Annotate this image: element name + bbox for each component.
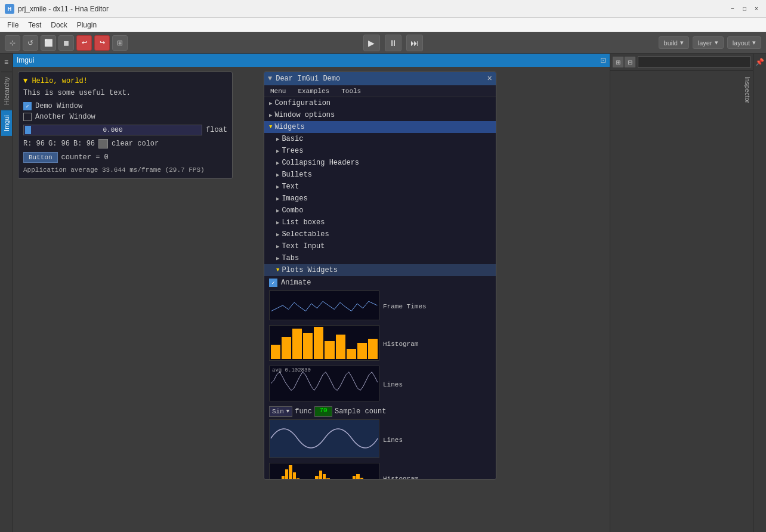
item-images[interactable]: ▶ Images xyxy=(264,193,496,205)
sidebar-menu-icon[interactable]: ≡ xyxy=(1,56,13,68)
listboxes-label: List boxes xyxy=(282,218,325,227)
hist-bar xyxy=(323,474,326,479)
inspector-search-input[interactable] xyxy=(638,56,750,68)
close-button[interactable]: × xyxy=(752,4,761,14)
item-tabs[interactable]: ▶ Tabs xyxy=(264,252,496,264)
hist-bar xyxy=(282,476,285,479)
lines-container: avg 0.102830 Lines xyxy=(269,366,491,401)
minimize-button[interactable]: − xyxy=(728,4,737,14)
item-selectables[interactable]: ▶ Selectables xyxy=(264,228,496,240)
item-widgets[interactable]: ▼ Widgets xyxy=(264,121,496,133)
layer-dropdown[interactable]: layer ▾ xyxy=(693,36,724,49)
demo-close-button[interactable]: × xyxy=(487,74,492,83)
winopts-label: Window options xyxy=(274,111,335,119)
sidebar-tab-hierarchy[interactable]: Hierarchy xyxy=(1,72,12,110)
right-sidebar-pin[interactable]: 📌 xyxy=(754,56,766,68)
play-button[interactable]: ▶ xyxy=(363,35,380,51)
toolbar-btn-cursor[interactable]: ⊹ xyxy=(5,35,20,51)
menu-plugin[interactable]: Plugin xyxy=(72,20,101,30)
another-window-checkbox[interactable] xyxy=(23,113,32,121)
demo-menu-examples[interactable]: Examples xyxy=(294,86,333,96)
hist-bar xyxy=(271,345,280,359)
demo-menu-menu[interactable]: Menu xyxy=(267,86,289,96)
hist-bar xyxy=(336,335,345,359)
hist-bar xyxy=(319,471,322,479)
sample-count-input[interactable]: 70 xyxy=(314,406,332,417)
red-value: R: 96 xyxy=(23,140,45,148)
textinput-label: Text Input xyxy=(282,242,325,250)
demo-window-checkbox[interactable] xyxy=(23,102,32,110)
item-basic[interactable]: ▶ Basic xyxy=(264,133,496,145)
inspector-label: Inspector xyxy=(742,72,753,108)
color-row: R: 96 G: 96 B: 96 clear color xyxy=(23,139,227,149)
widgets-caret: ▼ xyxy=(269,124,272,130)
sin-dropdown-arrow: ▼ xyxy=(286,409,289,415)
hist-bar xyxy=(282,337,291,359)
button-button[interactable]: Button xyxy=(23,152,58,163)
text-caret: ▶ xyxy=(276,184,279,190)
hist-bar xyxy=(353,476,356,479)
tabs-caret: ▶ xyxy=(276,255,279,262)
demo-menu-tools[interactable]: Tools xyxy=(338,86,365,96)
color-swatch[interactable] xyxy=(98,139,108,149)
item-textinput[interactable]: ▶ Text Input xyxy=(264,240,496,252)
item-text[interactable]: ▶ Text xyxy=(264,181,496,193)
collheaders-caret: ▶ xyxy=(276,160,279,166)
item-configuration[interactable]: ▶ Configuration xyxy=(264,97,496,109)
sin-lines-container: Lines xyxy=(269,419,491,458)
toolbar-btn-redo[interactable]: ↪ xyxy=(94,35,110,51)
combo-caret: ▶ xyxy=(276,208,279,214)
button-row: Button counter = 0 xyxy=(23,152,227,163)
sin-svg xyxy=(270,420,379,457)
selectables-label: Selectables xyxy=(282,230,329,239)
build-dropdown[interactable]: build ▾ xyxy=(659,36,689,49)
inspector-btn2[interactable]: ⊟ xyxy=(625,57,635,67)
inspector-header: ⊞ ⊟ xyxy=(610,54,753,71)
maximize-button[interactable]: □ xyxy=(740,4,749,14)
frame-times-container: Frame Times xyxy=(269,290,491,320)
item-plots-widgets[interactable]: ▼ Plots Widgets xyxy=(264,264,496,276)
histogram2-bars xyxy=(270,463,379,479)
images-caret: ▶ xyxy=(276,196,279,202)
item-trees[interactable]: ▶ Trees xyxy=(264,145,496,157)
layout-dropdown[interactable]: layout ▾ xyxy=(727,36,761,49)
demo-content[interactable]: ▶ Configuration ▶ Window options ▼ Widge… xyxy=(264,97,496,479)
demo-window: ▼ Dear ImGui Demo × Menu Examples Tools … xyxy=(264,72,496,480)
pause-button[interactable]: ⏸ xyxy=(385,35,401,51)
histogram-bars xyxy=(270,326,379,360)
text-label: Text xyxy=(282,183,299,191)
hello-world-panel: ▼ Hello, world! This is some useful text… xyxy=(18,72,233,179)
histogram-plot xyxy=(269,325,379,361)
sidebar-tab-imgui[interactable]: Imgui xyxy=(1,110,12,136)
toolbar-btn-rotate[interactable]: ↺ xyxy=(23,35,38,51)
item-combo[interactable]: ▶ Combo xyxy=(264,205,496,216)
config-caret: ▶ xyxy=(269,100,272,107)
green-value: G: 96 xyxy=(48,140,70,148)
inspector-btn1[interactable]: ⊞ xyxy=(613,57,623,67)
item-window-options[interactable]: ▶ Window options xyxy=(264,109,496,121)
lines-label: Lines xyxy=(383,379,403,388)
hist-bar xyxy=(285,469,288,479)
plots-section: Animate Frame Times xyxy=(264,276,496,479)
float-slider[interactable]: 0.000 xyxy=(23,125,202,135)
hello-panel-title: ▼ Hello, world! xyxy=(23,77,88,85)
menu-bar: File Test Dock Plugin xyxy=(0,18,766,32)
item-collapsing-headers[interactable]: ▶ Collapsing Headers xyxy=(264,157,496,169)
listboxes-caret: ▶ xyxy=(276,219,279,226)
animate-checkbox[interactable] xyxy=(269,279,277,287)
widgets-label: Widgets xyxy=(274,123,304,131)
next-button[interactable]: ⏭ xyxy=(406,35,423,51)
toolbar-btn-undo[interactable]: ↩ xyxy=(76,35,92,51)
menu-file[interactable]: File xyxy=(2,20,23,30)
content-area: Imgui ⊡ ▼ Hello, world! This is some use… xyxy=(13,54,610,532)
menu-dock[interactable]: Dock xyxy=(46,20,72,30)
menu-test[interactable]: Test xyxy=(23,20,46,30)
item-bullets[interactable]: ▶ Bullets xyxy=(264,169,496,181)
imgui-panel-pin[interactable]: ⊡ xyxy=(600,56,606,64)
toolbar-btn-square[interactable]: ⬜ xyxy=(41,35,56,51)
item-listboxes[interactable]: ▶ List boxes xyxy=(264,216,496,228)
toolbar-btn-grid[interactable]: ⊞ xyxy=(112,35,128,51)
toolbar-btn-fill[interactable]: ◼ xyxy=(58,35,74,51)
sin-dropdown[interactable]: Sin ▼ xyxy=(269,406,292,417)
demo-window-checkbox-row: Demo Window xyxy=(23,102,227,110)
